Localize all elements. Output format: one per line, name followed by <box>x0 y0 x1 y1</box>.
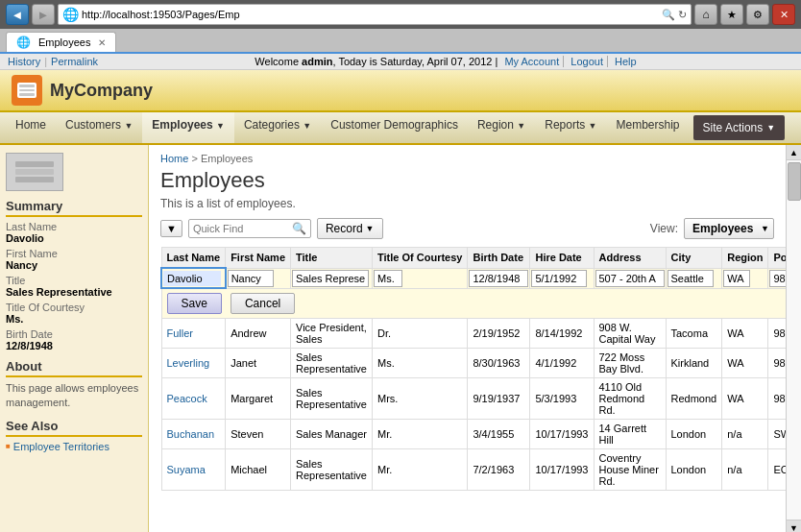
lastname-link[interactable]: Peacock <box>167 393 207 404</box>
tab-icon: 🌐 <box>16 36 31 49</box>
history-link[interactable]: History <box>8 56 40 67</box>
record-label: Record <box>326 222 363 235</box>
employees-table: Last Name First Name Title Title Of Cour… <box>160 247 786 491</box>
cell-lastname: Suyama <box>161 449 226 491</box>
table-row: Peacock Margaret Sales Representative Mr… <box>161 378 786 420</box>
view-select-wrapper: Employees ▼ <box>684 218 774 239</box>
address-input[interactable] <box>82 9 659 20</box>
search-magnifier-icon[interactable]: 🔍 <box>292 222 306 235</box>
tab-title: Employees <box>38 36 90 48</box>
nav-item-reports[interactable]: Reports ▼ <box>535 112 606 143</box>
welcome-text: Welcome <box>255 56 302 67</box>
cell-courtesy: Dr. <box>373 319 468 349</box>
logout-link[interactable]: Logout <box>567 56 608 67</box>
sidebar-courtesy-value: Ms. <box>6 313 142 325</box>
sidebar-title-value: Sales Representative <box>6 286 142 298</box>
breadcrumb: Home > Employees <box>160 153 774 164</box>
back-button[interactable]: ◄ <box>6 4 29 25</box>
edit-firstname-input[interactable] <box>228 270 274 287</box>
col-lastname: Last Name <box>161 248 226 269</box>
cell-lastname: Peacock <box>161 378 226 420</box>
sidebar-seealso-link[interactable]: ■ Employee Territories <box>6 441 142 452</box>
tab-close-icon[interactable]: ✕ <box>98 37 106 48</box>
breadcrumb-sep: > <box>191 153 200 164</box>
scroll-track <box>787 160 801 520</box>
edit-lastname-input[interactable] <box>163 271 221 286</box>
nav-item-categories[interactable]: Categories ▼ <box>234 112 321 143</box>
lastname-link[interactable]: Buchanan <box>167 428 215 440</box>
edit-birthdate-input[interactable] <box>469 270 528 287</box>
my-account-link[interactable]: My Account <box>500 56 564 67</box>
table-header-row: Last Name First Name Title Title Of Cour… <box>161 248 786 269</box>
col-firstname: First Name <box>226 248 291 269</box>
edit-postal-input[interactable] <box>769 270 786 287</box>
nav-item-customers[interactable]: Customers ▼ <box>56 112 142 143</box>
edit-title-input[interactable] <box>292 270 369 287</box>
window-close-button[interactable]: ✕ <box>772 4 795 25</box>
scroll-up-button[interactable]: ▲ <box>787 145 801 160</box>
edit-hiredate-input[interactable] <box>531 270 587 287</box>
sidebar-birthdate-value: 12/8/1948 <box>6 340 142 351</box>
quickfind-input[interactable] <box>193 223 289 234</box>
cell-firstname: Andrew <box>226 319 291 349</box>
col-address: Address <box>594 248 666 269</box>
cell-region: WA <box>722 319 768 349</box>
view-select[interactable]: Employees <box>684 218 774 239</box>
home-nav-button[interactable]: ⌂ <box>694 4 717 25</box>
nav-item-employees[interactable]: Employees ▼ <box>142 112 234 143</box>
view-label: View: <box>650 222 678 235</box>
edit-birthdate-cell <box>468 268 530 288</box>
sidebar-firstname-label: First Name <box>6 248 142 259</box>
sidebar-seealso-title: See Also <box>6 419 142 437</box>
edit-region-input[interactable] <box>723 270 750 287</box>
edit-title-cell <box>291 268 373 288</box>
cancel-button[interactable]: Cancel <box>231 293 295 314</box>
table-row: Suyama Michael Sales Representative Mr. … <box>161 449 786 491</box>
record-button[interactable]: Record ▼ <box>317 218 383 239</box>
scroll-down-button[interactable]: ▼ <box>787 520 801 532</box>
settings-button[interactable]: ⚙ <box>746 4 769 25</box>
sidebar-lastname-label: Last Name <box>6 221 142 232</box>
scroll-thumb[interactable] <box>788 162 801 201</box>
forward-button[interactable]: ► <box>32 4 55 25</box>
help-link[interactable]: Help <box>611 56 641 67</box>
nav-item-membership[interactable]: Membership <box>607 112 690 143</box>
edit-postal-cell <box>768 268 786 288</box>
permalink-link[interactable]: Permalink <box>51 56 98 67</box>
ie-icon: 🌐 <box>62 7 79 22</box>
nav-item-home[interactable]: Home <box>6 112 56 143</box>
edit-address-cell <box>594 268 666 288</box>
sidebar-lastname-value: Davolio <box>6 232 142 244</box>
col-courtesy: Title Of Courtesy <box>373 248 468 269</box>
scrollbar[interactable]: ▲ ▼ <box>786 145 801 532</box>
cell-birthdate: 2/19/1952 <box>468 319 530 349</box>
refresh-icon[interactable]: ↻ <box>678 9 687 21</box>
save-button[interactable]: Save <box>167 293 222 314</box>
edit-firstname-cell <box>226 268 291 288</box>
col-birthdate: Birth Date <box>468 248 530 269</box>
welcome-toolbar: History | Permalink Welcome admin, Today… <box>0 54 801 70</box>
favorites-button[interactable]: ★ <box>720 4 743 25</box>
cell-lastname: Leverling <box>161 349 226 378</box>
list-toolbar: ▼ 🔍 Record ▼ View: Employees ▼ <box>160 218 774 239</box>
nav-bar: Home Customers ▼ Employees ▼ Categories … <box>0 112 801 145</box>
sidebar-birthdate-label: Birth Date <box>6 328 142 340</box>
edit-city-input[interactable] <box>668 270 714 287</box>
edit-courtesy-input[interactable] <box>374 270 402 287</box>
col-postal: Postal Code <box>768 248 786 269</box>
cell-address: 908 W. Capital Way <box>594 319 666 349</box>
lastname-link[interactable]: Fuller <box>167 327 194 339</box>
nav-item-site-actions[interactable]: Site Actions ▼ <box>693 115 786 140</box>
edit-address-input[interactable] <box>595 270 665 287</box>
lastname-link[interactable]: Leverling <box>167 357 210 369</box>
lastname-link[interactable]: Suyama <box>167 464 206 475</box>
edit-row <box>161 268 786 288</box>
active-tab[interactable]: 🌐 Employees ✕ <box>6 32 116 52</box>
edit-region-cell <box>722 268 768 288</box>
col-title: Title <box>291 248 373 269</box>
nav-item-region[interactable]: Region ▼ <box>468 112 535 143</box>
browser-chrome: ◄ ► 🌐 🔍 ↻ ⌂ ★ ⚙ ✕ <box>0 0 801 29</box>
nav-item-customer-demographics[interactable]: Customer Demographics <box>321 112 468 143</box>
filter-button[interactable]: ▼ <box>160 220 182 237</box>
breadcrumb-home[interactable]: Home <box>160 153 188 164</box>
